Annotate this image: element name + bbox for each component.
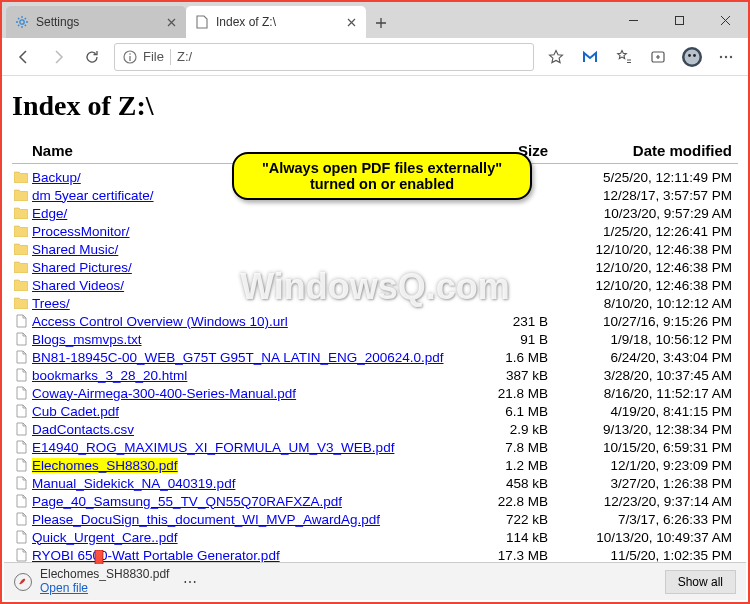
file-date: 1/25/20, 12:26:41 PM	[568, 224, 738, 239]
file-link[interactable]: Shared Pictures/	[32, 260, 132, 275]
file-link[interactable]: Coway-Airmega-300-400-Series-Manual.pdf	[32, 386, 296, 401]
close-tab-button[interactable]	[344, 15, 358, 29]
file-icon	[12, 458, 30, 472]
address-divider	[170, 49, 171, 65]
table-row: Coway-Airmega-300-400-Series-Manual.pdf2…	[12, 384, 738, 402]
table-row: DadContacts.csv2.9 kB9/13/20, 12:38:34 P…	[12, 420, 738, 438]
favorites-list-button[interactable]	[608, 41, 640, 73]
file-link[interactable]: dm 5year certificate/	[32, 188, 154, 203]
tab-label: Index of Z:\	[216, 15, 338, 29]
table-row: Shared Pictures/12/10/20, 12:46:38 PM	[12, 258, 738, 276]
file-link[interactable]: Shared Music/	[32, 242, 118, 257]
file-link[interactable]: DadContacts.csv	[32, 422, 134, 437]
table-row: E14940_ROG_MAXIMUS_XI_FORMULA_UM_V3_WEB.…	[12, 438, 738, 456]
info-icon	[123, 50, 137, 64]
download-open-link[interactable]: Open file	[40, 582, 169, 595]
malwarebytes-icon[interactable]	[574, 41, 606, 73]
table-row: Cub Cadet.pdf6.1 MB4/19/20, 8:41:15 PM	[12, 402, 738, 420]
download-item[interactable]: Elechomes_SH8830.pdf Open file	[14, 568, 169, 594]
file-link[interactable]: ProcessMonitor/	[32, 224, 130, 239]
menu-button[interactable]	[710, 41, 742, 73]
file-link[interactable]: RYOBI 6500-Watt Portable Generator.pdf	[32, 548, 280, 563]
collections-button[interactable]	[642, 41, 674, 73]
maximize-button[interactable]	[656, 2, 702, 38]
window-controls	[610, 2, 748, 38]
svg-point-11	[730, 55, 732, 57]
download-filename: Elechomes_SH8830.pdf	[40, 568, 169, 581]
file-size: 7.8 MB	[468, 440, 568, 455]
file-size: 114 kB	[468, 530, 568, 545]
file-link[interactable]: Access Control Overview (Windows 10).url	[32, 314, 288, 329]
svg-point-3	[129, 53, 131, 55]
file-icon	[12, 548, 30, 562]
table-row: Quick_Urgent_Care..pdf114 kB10/13/20, 10…	[12, 528, 738, 546]
file-icon	[12, 512, 30, 526]
table-row: Shared Music/12/10/20, 12:46:38 PM	[12, 240, 738, 258]
file-date: 12/10/20, 12:46:38 PM	[568, 278, 738, 293]
file-link[interactable]: Shared Videos/	[32, 278, 124, 293]
download-pdf-icon	[14, 573, 32, 591]
svg-point-6	[685, 49, 700, 64]
file-date: 12/1/20, 9:23:09 PM	[568, 458, 738, 473]
file-link[interactable]: Trees/	[32, 296, 70, 311]
profile-button[interactable]	[676, 41, 708, 73]
file-date: 12/23/20, 9:37:14 AM	[568, 494, 738, 509]
svg-point-8	[693, 54, 696, 57]
download-more-button[interactable]: ⋯	[177, 569, 203, 595]
file-link[interactable]: Cub Cadet.pdf	[32, 404, 119, 419]
file-link[interactable]: Edge/	[32, 206, 67, 221]
table-row: Manual_Sidekick_NA_040319.pdf458 kB3/27/…	[12, 474, 738, 492]
close-tab-button[interactable]	[164, 15, 178, 29]
folder-icon	[12, 278, 30, 292]
folder-icon	[12, 296, 30, 310]
file-icon	[12, 386, 30, 400]
file-link[interactable]: BN81-18945C-00_WEB_G75T G95T_NA LATIN_EN…	[32, 350, 444, 365]
folder-icon	[12, 170, 30, 184]
minimize-button[interactable]	[610, 2, 656, 38]
file-link[interactable]: Page_40_Samsung_55_TV_QN55Q70RAFXZA.pdf	[32, 494, 342, 509]
table-row: Edge/10/23/20, 9:57:29 AM	[12, 204, 738, 222]
forward-button[interactable]	[42, 41, 74, 73]
address-bar[interactable]: File Z:/	[114, 43, 534, 71]
file-link[interactable]: E14940_ROG_MAXIMUS_XI_FORMULA_UM_V3_WEB.…	[32, 440, 394, 455]
file-date: 9/13/20, 12:38:34 PM	[568, 422, 738, 437]
back-button[interactable]	[8, 41, 40, 73]
refresh-button[interactable]	[76, 41, 108, 73]
show-all-downloads-button[interactable]: Show all	[665, 570, 736, 594]
file-size: 6.1 MB	[468, 404, 568, 419]
file-date: 10/15/20, 6:59:31 PM	[568, 440, 738, 455]
file-link[interactable]: Blogs_msmvps.txt	[32, 332, 142, 347]
file-date: 11/5/20, 1:02:35 PM	[568, 548, 738, 563]
file-link[interactable]: Quick_Urgent_Care..pdf	[32, 530, 178, 545]
file-icon	[12, 440, 30, 454]
file-link[interactable]: Please_DocuSign_this_document_WI_MVP_Awa…	[32, 512, 380, 527]
file-date: 3/28/20, 10:37:45 AM	[568, 368, 738, 383]
file-size: 1.6 MB	[468, 350, 568, 365]
table-row: Elechomes_SH8830.pdf1.2 MB12/1/20, 9:23:…	[12, 456, 738, 474]
file-list: Backup/5/25/20, 12:11:49 PMdm 5year cert…	[12, 168, 738, 564]
new-tab-button[interactable]	[366, 8, 396, 38]
file-link[interactable]: Manual_Sidekick_NA_040319.pdf	[32, 476, 235, 491]
tab-1[interactable]: Index of Z:\	[186, 6, 366, 38]
tab-label: Settings	[36, 15, 158, 29]
file-link[interactable]: Elechomes_SH8830.pdf	[32, 458, 178, 473]
gear-icon	[14, 14, 30, 30]
file-link[interactable]: bookmarks_3_28_20.html	[32, 368, 187, 383]
file-date: 1/9/18, 10:56:12 PM	[568, 332, 738, 347]
folder-icon	[12, 188, 30, 202]
tab-0[interactable]: Settings	[6, 6, 186, 38]
file-date: 12/28/17, 3:57:57 PM	[568, 188, 738, 203]
table-row: BN81-18945C-00_WEB_G75T G95T_NA LATIN_EN…	[12, 348, 738, 366]
table-row: ProcessMonitor/1/25/20, 12:26:41 PM	[12, 222, 738, 240]
address-prefix: File	[143, 49, 164, 64]
close-window-button[interactable]	[702, 2, 748, 38]
folder-icon	[12, 242, 30, 256]
svg-point-10	[725, 55, 727, 57]
file-date: 5/25/20, 12:11:49 PM	[568, 170, 738, 185]
file-link[interactable]: Backup/	[32, 170, 81, 185]
favorite-button[interactable]	[540, 41, 572, 73]
toolbar: File Z:/	[2, 38, 748, 76]
table-row: Page_40_Samsung_55_TV_QN55Q70RAFXZA.pdf2…	[12, 492, 738, 510]
page-title: Index of Z:\	[12, 90, 738, 122]
page-content: Index of Z:\ Name Size Date modified Bac…	[2, 76, 748, 564]
